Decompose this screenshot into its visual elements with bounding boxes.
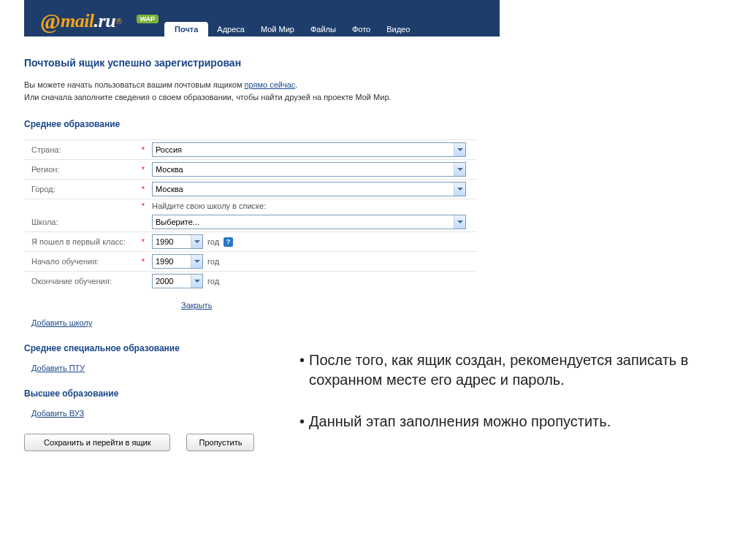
tab-photo[interactable]: Фото [345,22,378,37]
education-form: Страна: * Россия Регион: * Москва Город:… [24,139,477,291]
logo-registered-icon: ® [116,18,121,26]
section-secondary-education: Среднее образование [24,119,482,129]
logo[interactable]: @ mail.ru ® [40,9,122,34]
add-school-link[interactable]: Добавить школу [31,318,92,327]
wap-badge[interactable]: WAP [137,15,159,23]
help-icon[interactable]: ? [224,237,233,247]
required-star: * [137,199,149,213]
first-grade-year-select[interactable]: 1990 [152,234,203,249]
tab-addresses[interactable]: Адреса [210,22,252,37]
chevron-down-icon [454,163,465,176]
bullet-icon: • [299,350,305,390]
tab-files[interactable]: Файлы [303,22,343,37]
chevron-down-icon [454,143,465,156]
chevron-down-icon [191,275,202,288]
country-select[interactable]: Россия [152,142,466,157]
chevron-down-icon [454,183,465,196]
logo-at-icon: @ [40,9,61,34]
slide-annotation: • После того, как ящик создан, рекоменду… [299,350,709,453]
header: @ mail.ru ® WAP Почта Адреса Мой Мир Фай… [24,0,500,37]
city-select[interactable]: Москва [152,182,466,196]
logo-text: mail.ru [61,10,115,32]
add-vuz-link[interactable]: Добавить ВУЗ [31,409,84,418]
required-star: * [137,232,149,252]
school-select[interactable]: Выберите... [152,215,466,229]
nav-tabs: Почта Адреса Мой Мир Файлы Фото Видео [164,0,419,37]
start-study-label: Начало обучения: [24,252,137,272]
tab-video[interactable]: Видео [379,22,417,37]
year-suffix: год [207,277,219,285]
chevron-down-icon [454,215,465,229]
start-year-select[interactable]: 1990 [152,254,203,269]
required-star: * [137,140,149,160]
required-star: * [137,252,149,272]
end-year-select[interactable]: 2000 [152,274,203,288]
required-star: * [137,180,149,199]
first-grade-label: Я пошел в первый класс: [24,232,137,252]
close-link[interactable]: Закрыть [181,301,212,310]
page-title: Почтовый ящик успешно зарегистрирован [24,57,482,69]
region-label: Регион: [24,160,137,180]
save-and-go-button[interactable]: Сохранить и перейти в ящик [24,434,170,451]
school-label: Школа: [24,212,137,232]
bullet-icon: • [299,412,305,431]
tab-my-world[interactable]: Мой Мир [253,22,302,37]
tab-mail[interactable]: Почта [164,22,208,37]
add-ptu-link[interactable]: Добавить ПТУ [31,364,85,372]
country-label: Страна: [24,140,137,160]
end-study-label: Окончание обучения: [24,272,137,291]
intro-text: Вы можете начать пользоваться вашим почт… [24,79,482,103]
region-select[interactable]: Москва [152,162,466,177]
skip-button[interactable]: Пропустить [186,434,254,451]
year-suffix: год [207,237,219,246]
chevron-down-icon [191,255,202,268]
required-star: * [137,160,149,180]
chevron-down-icon [191,235,202,248]
school-find-note: Найдите свою школу в списке: [149,199,477,213]
year-suffix: год [207,257,219,266]
start-now-link[interactable]: прямо сейчас [245,80,296,89]
city-label: Город: [24,180,137,199]
